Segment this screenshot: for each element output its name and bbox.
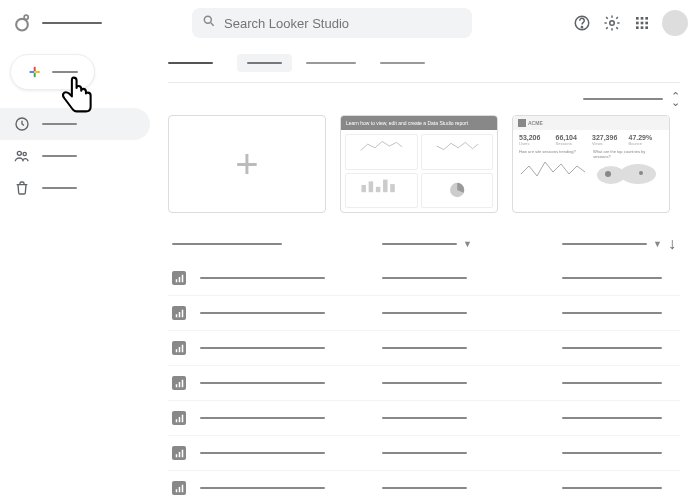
chevron-down-icon[interactable]: ▼ — [463, 239, 472, 249]
svg-rect-42 — [181, 344, 183, 352]
svg-point-31 — [620, 164, 656, 184]
svg-rect-51 — [181, 449, 183, 457]
gear-icon[interactable] — [602, 13, 622, 33]
table-row[interactable] — [168, 401, 680, 436]
svg-rect-27 — [390, 184, 395, 192]
row-date — [562, 452, 662, 454]
sort-arrow-icon[interactable]: ↓ — [668, 235, 676, 253]
row-name — [200, 382, 325, 384]
sidebar-item-label — [42, 155, 77, 157]
avatar[interactable] — [662, 10, 688, 36]
search-icon — [202, 14, 216, 32]
sidebar-nav — [10, 108, 150, 204]
tab-data-sources[interactable] — [296, 54, 366, 72]
svg-rect-47 — [178, 417, 180, 422]
svg-rect-38 — [178, 312, 180, 317]
create-label — [52, 71, 78, 73]
report-icon — [172, 411, 186, 425]
svg-rect-50 — [178, 452, 180, 457]
tabs — [168, 54, 680, 72]
row-name — [200, 487, 325, 489]
col-date[interactable] — [562, 243, 647, 245]
svg-rect-43 — [175, 384, 177, 387]
row-name — [200, 452, 325, 454]
row-owner — [382, 417, 467, 419]
svg-rect-36 — [181, 274, 183, 282]
svg-point-22 — [23, 152, 26, 155]
table-row[interactable] — [168, 436, 680, 471]
svg-rect-40 — [175, 349, 177, 352]
sidebar-item-recent[interactable] — [0, 108, 150, 140]
templates-header: ⌃⌄ — [168, 89, 680, 109]
svg-line-3 — [211, 23, 214, 26]
tab-explorers[interactable] — [370, 54, 435, 72]
svg-point-6 — [610, 21, 615, 26]
svg-rect-11 — [641, 22, 644, 25]
sidebar-item-shared[interactable] — [0, 140, 150, 172]
svg-point-0 — [16, 19, 28, 31]
table-row[interactable] — [168, 261, 680, 296]
table-row[interactable] — [168, 471, 680, 500]
top-header — [0, 0, 700, 46]
template-tutorial[interactable]: Learn how to view, edit and create a Dat… — [340, 115, 498, 213]
svg-rect-35 — [178, 277, 180, 282]
col-name[interactable] — [172, 243, 282, 245]
svg-rect-46 — [175, 419, 177, 422]
table-row[interactable] — [168, 296, 680, 331]
svg-rect-25 — [376, 186, 381, 191]
svg-rect-53 — [178, 487, 180, 492]
product-logo — [12, 13, 32, 33]
svg-rect-49 — [175, 454, 177, 457]
clock-icon — [14, 116, 30, 132]
main-content: ⌃⌄ + Learn how to view, edit and create … — [160, 46, 700, 500]
plus-large-icon: + — [235, 142, 258, 187]
svg-rect-44 — [178, 382, 180, 387]
svg-rect-54 — [181, 484, 183, 492]
row-name — [200, 277, 325, 279]
table-row[interactable] — [168, 366, 680, 401]
row-owner — [382, 312, 467, 314]
row-owner — [382, 452, 467, 454]
svg-rect-7 — [636, 17, 639, 20]
trash-icon — [14, 180, 30, 196]
report-list — [168, 261, 680, 500]
template-banner: Learn how to view, edit and create a Dat… — [341, 116, 497, 130]
report-icon — [172, 446, 186, 460]
svg-rect-37 — [175, 314, 177, 317]
report-icon — [172, 271, 186, 285]
svg-rect-8 — [641, 17, 644, 20]
report-icon — [172, 481, 186, 495]
row-name — [200, 312, 325, 314]
sidebar-item-trash[interactable] — [0, 172, 150, 204]
row-owner — [382, 277, 467, 279]
chevron-down-icon[interactable]: ▼ — [653, 239, 662, 249]
col-owner[interactable] — [382, 243, 457, 245]
help-icon[interactable] — [572, 13, 592, 33]
sidebar — [0, 46, 160, 500]
create-button[interactable] — [10, 54, 95, 90]
svg-rect-39 — [181, 309, 183, 317]
expand-icon[interactable]: ⌃⌄ — [671, 93, 680, 105]
svg-rect-10 — [636, 22, 639, 25]
template-blank[interactable]: + — [168, 115, 326, 213]
row-date — [562, 382, 662, 384]
svg-point-1 — [24, 15, 28, 19]
table-row[interactable] — [168, 331, 680, 366]
divider — [168, 82, 680, 83]
svg-rect-23 — [361, 185, 366, 192]
svg-point-5 — [581, 27, 582, 28]
row-date — [562, 277, 662, 279]
search-bar[interactable] — [192, 8, 472, 38]
search-input[interactable] — [224, 16, 462, 31]
tab-reports[interactable] — [237, 54, 292, 72]
template-brand: ACME — [513, 116, 669, 130]
report-icon — [172, 341, 186, 355]
svg-rect-34 — [175, 279, 177, 282]
apps-icon[interactable] — [632, 13, 652, 33]
template-acme[interactable]: ACME 53,206Users 66,104Sessions 327,396V… — [512, 115, 670, 213]
row-owner — [382, 347, 467, 349]
svg-point-33 — [639, 171, 643, 175]
product-name — [42, 22, 102, 24]
people-icon — [14, 148, 30, 164]
template-cards: + Learn how to view, edit and create a D… — [168, 115, 680, 213]
